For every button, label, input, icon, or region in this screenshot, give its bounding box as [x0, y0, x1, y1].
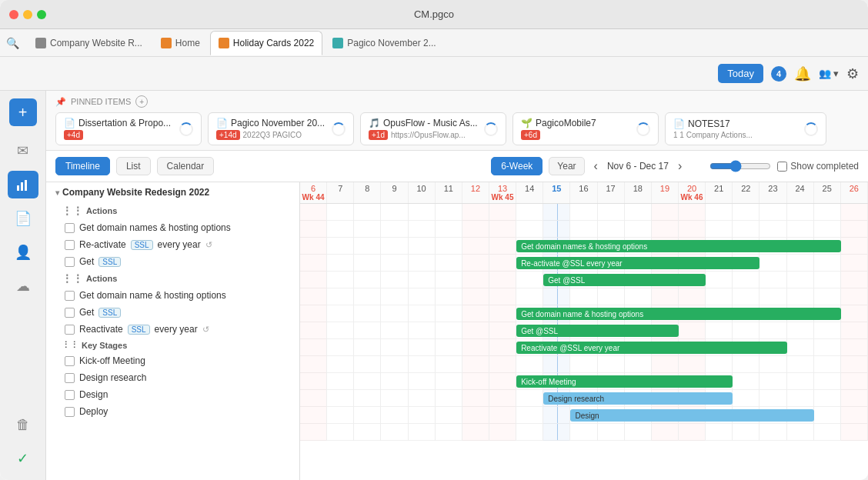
cal-day-2: 8 [354, 184, 380, 193]
task-checkbox-4[interactable] [65, 291, 75, 301]
tab-holiday[interactable]: Holiday Cards 2022 [210, 31, 322, 55]
tab-company[interactable]: Company Website R... [27, 31, 151, 55]
tab-home[interactable]: Home [152, 31, 209, 55]
cal-cell-4-3 [381, 272, 408, 288]
cal-cell-13-18 [787, 424, 814, 441]
cal-row-13 [300, 424, 868, 441]
cal-cell-11-0 [300, 390, 327, 407]
cal-cell-8-5 [436, 339, 462, 356]
cal-cell-0-3 [381, 204, 408, 221]
sidebar-item-cloud[interactable]: ☁ [8, 272, 38, 300]
pinned-card-dissertation[interactable]: 📄 Dissertation & Propo... +4d [55, 112, 202, 145]
add-button[interactable]: + [9, 98, 37, 126]
settings-icon[interactable]: ⚙ [846, 65, 859, 82]
cal-day-13: 19 [652, 184, 678, 193]
pinned-card-opusflow[interactable]: 🎵 OpusFlow - Music As... +1d https://Opu… [360, 112, 506, 145]
cal-cell-9-13 [652, 356, 679, 373]
today-button[interactable]: Today [718, 64, 763, 83]
close-button[interactable] [9, 10, 18, 19]
sidebar-item-inbox[interactable]: ✉ [8, 137, 38, 165]
card-title-3: 🎵 OpusFlow - Music As... [369, 118, 478, 128]
cal-cell-3-3 [381, 255, 408, 272]
cal-header-col-12: 18 [625, 182, 652, 203]
cal-cell-0-20 [841, 204, 868, 221]
task-row-reactivate: Re-activate SSL every year ↺ [46, 236, 299, 253]
bell-icon[interactable]: 🔔 [794, 65, 811, 82]
pinned-card-pagico[interactable]: 📄 Pagico November 20... +14d 2022Q3 PAGI… [208, 112, 354, 145]
sidebar-item-doc[interactable]: 📄 [8, 205, 38, 232]
cal-cell-8-0 [300, 339, 327, 356]
task-row-reactivate2: Reactivate SSL every year ↺ [46, 321, 299, 338]
cal-cell-1-13 [652, 221, 679, 238]
maximize-button[interactable] [37, 10, 46, 19]
task-checkbox-10[interactable] [65, 407, 75, 417]
cal-cell-1-1 [327, 221, 354, 238]
minimize-button[interactable] [23, 10, 32, 19]
cal-cell-5-2 [354, 288, 381, 305]
sidebar-item-user[interactable]: 👤 [8, 238, 38, 266]
cal-cell-7-6 [462, 322, 489, 339]
user-menu[interactable]: 👥 ▾ [819, 68, 839, 79]
cal-row-0 [300, 204, 868, 221]
pinned-card-notes[interactable]: 📄 NOTES17 1 1 Company Actions... [665, 112, 826, 145]
cal-cell-11-6 [462, 390, 489, 407]
app-window: CM.pgco 🔍 Company Website R... Home Holi… [0, 0, 868, 480]
cal-cell-6-3 [381, 305, 408, 322]
year-button[interactable]: Year [549, 157, 584, 175]
task-checkbox-8[interactable] [65, 373, 75, 383]
card-info-2: 📄 Pagico November 20... +14d 2022Q3 PAGI… [216, 118, 325, 140]
sidebar-item-trash[interactable]: 🗑 [8, 411, 38, 438]
key-stages-icon: ⋮⋮ [62, 340, 78, 350]
sidebar-item-check[interactable]: ✓ [8, 445, 38, 472]
task-checkbox-3[interactable] [65, 257, 75, 267]
task-checkbox-1[interactable] [65, 223, 75, 233]
repeat-icon-1: ↺ [205, 240, 212, 250]
prev-button[interactable]: ‹ [591, 159, 601, 173]
task-checkbox-9[interactable] [65, 390, 75, 400]
task-checkbox-7[interactable] [65, 356, 75, 366]
card-badge-1: +4d [64, 130, 83, 140]
cal-header-col-18: 24 [787, 182, 814, 203]
pinned-card-mobile[interactable]: 🌱 PagicoMobile7 +6d [512, 112, 659, 145]
cal-cell-10-20 [841, 373, 868, 390]
list-view-button[interactable]: List [116, 157, 151, 175]
next-button[interactable]: › [675, 159, 685, 173]
svg-rect-2 [25, 180, 27, 191]
task-checkbox-2[interactable] [65, 240, 75, 250]
actions-icon-1: ⋮⋮ [62, 205, 83, 217]
cal-cell-13-9 [543, 424, 570, 441]
sidebar-item-chart[interactable] [8, 171, 38, 198]
6week-button[interactable]: 6-Week [491, 157, 542, 175]
cal-cell-1-6 [462, 221, 489, 238]
cal-cell-11-19 [814, 390, 841, 407]
cal-cell-1-0 [300, 221, 327, 238]
cal-cell-10-1 [327, 373, 354, 390]
cal-cell-0-11 [598, 204, 625, 221]
cal-cell-13-8 [516, 424, 543, 441]
card-info-3: 🎵 OpusFlow - Music As... +1d https://Opu… [369, 118, 478, 140]
cal-cell-12-20 [841, 407, 868, 424]
timeline-view-button[interactable]: Timeline [55, 157, 110, 175]
cal-cell-9-11 [598, 356, 625, 373]
zoom-slider[interactable] [709, 160, 771, 172]
calendar-view-button[interactable]: Calendar [157, 157, 215, 175]
cal-header-col-15: 21 [706, 182, 733, 203]
task-row-get-domain2: Get domain name & hosting options [46, 287, 299, 304]
pinned-add-button[interactable]: + [135, 95, 148, 108]
task-checkbox-5[interactable] [65, 308, 75, 318]
card-meta-5: 1 1 Company Actions... [673, 131, 753, 139]
cal-day-15: 21 [706, 184, 732, 193]
cal-cell-9-10 [570, 356, 597, 373]
search-icon[interactable]: 🔍 [6, 37, 19, 49]
task-row-get-ssl2: Get SSL [46, 304, 299, 321]
pin-icon: 📌 [55, 97, 66, 107]
task-checkbox-6[interactable] [65, 325, 75, 335]
cal-cell-5-19 [814, 288, 841, 305]
cal-cell-13-7 [489, 424, 516, 441]
user-icon: 👥 [819, 68, 831, 79]
ssl-badge-3: SSL [98, 308, 121, 318]
show-completed-checkbox[interactable] [777, 162, 787, 172]
tab-pagico[interactable]: Pagico November 2... [324, 31, 444, 55]
cal-row-9 [300, 356, 868, 373]
cal-cell-0-12 [625, 204, 652, 221]
